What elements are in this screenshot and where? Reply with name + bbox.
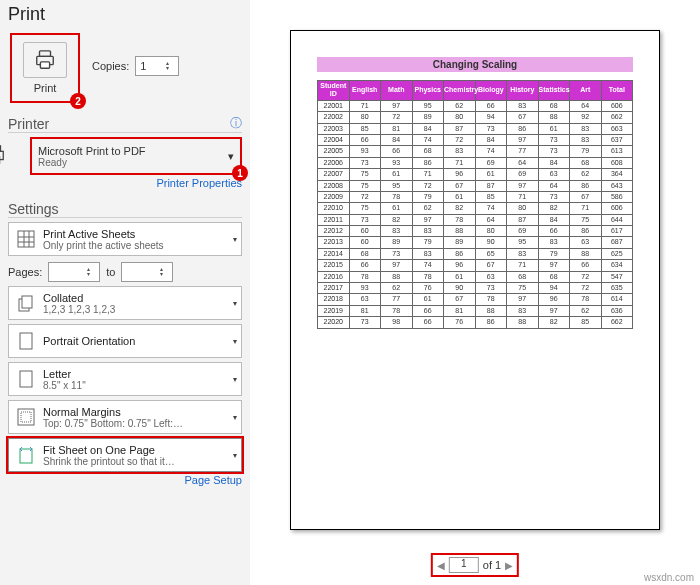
print-what-sub: Only print the active sheets [43, 240, 164, 251]
copies-spinner[interactable]: 1 ▴▾ [135, 56, 179, 76]
margins-select[interactable]: Normal MarginsTop: 0.75" Bottom: 0.75" L… [8, 400, 242, 434]
printer-status-icon [0, 144, 10, 168]
margins-icon [15, 406, 37, 428]
table-header: English [349, 81, 381, 101]
preview-data-table: Student IDEnglishMathPhysicsChemistryBio… [317, 80, 633, 329]
table-row: 220038581848773866183663 [318, 123, 633, 134]
printer-icon [23, 42, 67, 78]
page-of-label: of 1 [483, 559, 501, 571]
table-row: 220117382977864878475644 [318, 214, 633, 225]
settings-heading: Settings [8, 201, 59, 217]
print-what-select[interactable]: Print Active SheetsOnly print the active… [8, 222, 242, 256]
pages-to-label: to [106, 266, 115, 278]
table-header: Statistics [538, 81, 570, 101]
chevron-down-icon: ▾ [233, 337, 237, 346]
table-row: 220028072898094678892662 [318, 112, 633, 123]
next-page-button[interactable]: ▶ [505, 560, 513, 571]
orientation-main: Portrait Orientation [43, 335, 135, 347]
table-row: 220186377616778979678614 [318, 294, 633, 305]
table-header: Chemistry [444, 81, 476, 101]
spinner-arrows-icon[interactable]: ▴▾ [160, 263, 170, 281]
table-row: 220136089798990958363687 [318, 237, 633, 248]
table-row: 220156697749667719766634 [318, 260, 633, 271]
annotation-badge-1: 1 [232, 165, 248, 181]
watermark: wsxdn.com [644, 572, 694, 583]
margins-main: Normal Margins [43, 406, 183, 418]
page-number-input[interactable]: 1 [449, 557, 479, 573]
print-preview-page: Changing Scaling Student IDEnglishMathPh… [290, 30, 660, 530]
printer-name: Microsoft Print to PDF [38, 145, 146, 157]
print-button-label: Print [34, 82, 57, 94]
scaling-select[interactable]: Fit Sheet on One PageShrink the printout… [8, 438, 242, 472]
svg-rect-2 [40, 62, 49, 68]
collated-icon [15, 292, 37, 314]
svg-rect-3 [0, 146, 1, 152]
page-navigator: ◀ 1 of 1 ▶ [431, 553, 519, 577]
chevron-down-icon: ▾ [233, 413, 237, 422]
preview-title: Changing Scaling [317, 57, 633, 72]
table-row: 220167888786163686872547 [318, 271, 633, 282]
table-row: 220126083838880696686617 [318, 226, 633, 237]
spinner-arrows-icon[interactable]: ▴▾ [166, 57, 176, 75]
svg-rect-7 [18, 231, 34, 247]
sheets-icon [15, 228, 37, 250]
copies-value: 1 [140, 60, 146, 72]
table-header: History [507, 81, 539, 101]
fit-page-icon [15, 444, 37, 466]
printer-heading: Printer [8, 116, 49, 132]
print-button[interactable]: 2 Print [10, 33, 80, 103]
table-header: Student ID [318, 81, 350, 101]
margins-sub: Top: 0.75" Bottom: 0.75" Left:… [43, 418, 183, 429]
orientation-select[interactable]: Portrait Orientation ▾ [8, 324, 242, 358]
copies-label: Copies: [92, 60, 129, 72]
spinner-arrows-icon[interactable]: ▴▾ [87, 263, 97, 281]
svg-rect-14 [20, 333, 32, 349]
paper-main: Letter [43, 368, 86, 380]
chevron-down-icon: ▾ [233, 235, 237, 244]
prev-page-button[interactable]: ◀ [437, 560, 445, 571]
svg-rect-15 [20, 371, 32, 387]
svg-rect-13 [22, 296, 32, 308]
paper-select[interactable]: Letter8.5" x 11" ▾ [8, 362, 242, 396]
table-row: 220097278796185717367586 [318, 191, 633, 202]
table-row: 220146873838665837988625 [318, 248, 633, 259]
table-row: 220198178668188839762636 [318, 305, 633, 316]
printer-select[interactable]: 1 Microsoft Print to PDF Ready ▾ [30, 137, 242, 175]
chevron-down-icon: ▾ [228, 150, 234, 163]
pages-to-spinner[interactable]: ▴▾ [121, 262, 173, 282]
table-row: 220207398667686888285662 [318, 317, 633, 328]
table-row: 220067393867169648468608 [318, 157, 633, 168]
collation-sub: 1,2,3 1,2,3 1,2,3 [43, 304, 115, 315]
chevron-down-icon: ▾ [233, 375, 237, 384]
table-header: Biology [475, 81, 507, 101]
table-row: 220179362769073759472635 [318, 283, 633, 294]
portrait-icon [15, 330, 37, 352]
table-row: 220017197956266836864606 [318, 100, 633, 111]
page-title: Print [8, 4, 242, 25]
scaling-main: Fit Sheet on One Page [43, 444, 175, 456]
printer-properties-link[interactable]: Printer Properties [8, 177, 242, 189]
table-header: Total [601, 81, 633, 101]
table-row: 220077561719661696362364 [318, 169, 633, 180]
paper-sub: 8.5" x 11" [43, 380, 86, 391]
info-icon[interactable]: ⓘ [230, 115, 242, 132]
svg-rect-17 [21, 412, 31, 422]
collation-select[interactable]: Collated1,2,3 1,2,3 1,2,3 ▾ [8, 286, 242, 320]
table-header: Math [381, 81, 413, 101]
pages-label: Pages: [8, 266, 42, 278]
table-row: 220046684747284977383637 [318, 134, 633, 145]
table-row: 220107561628274808271606 [318, 203, 633, 214]
annotation-badge-2: 2 [70, 93, 86, 109]
collation-main: Collated [43, 292, 115, 304]
table-header: Art [570, 81, 602, 101]
svg-rect-0 [40, 51, 51, 57]
chevron-down-icon: ▾ [233, 451, 237, 460]
table-row: 220059366688374777379613 [318, 146, 633, 157]
pages-from-spinner[interactable]: ▴▾ [48, 262, 100, 282]
chevron-down-icon: ▾ [233, 299, 237, 308]
page-setup-link[interactable]: Page Setup [8, 474, 242, 486]
paper-icon [15, 368, 37, 390]
print-what-main: Print Active Sheets [43, 228, 164, 240]
printer-status: Ready [38, 157, 146, 168]
table-row: 220087595726787976486643 [318, 180, 633, 191]
